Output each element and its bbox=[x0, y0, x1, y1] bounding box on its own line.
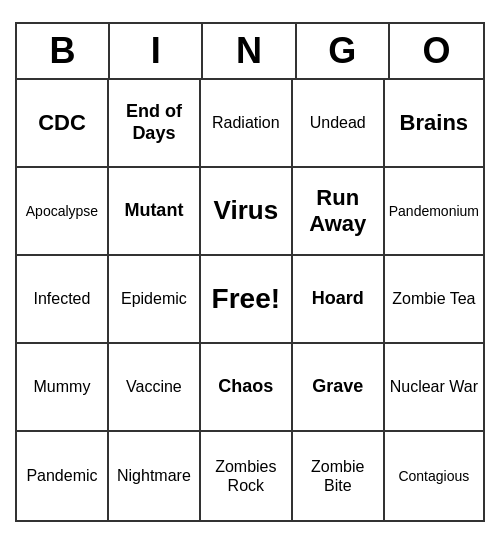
bingo-header: BINGO bbox=[17, 24, 483, 80]
bingo-cell[interactable]: Grave bbox=[293, 344, 385, 432]
bingo-cell[interactable]: CDC bbox=[17, 80, 109, 168]
bingo-cell[interactable]: Epidemic bbox=[109, 256, 201, 344]
bingo-cell[interactable]: Run Away bbox=[293, 168, 385, 256]
bingo-cell[interactable]: End of Days bbox=[109, 80, 201, 168]
bingo-letter: N bbox=[203, 24, 296, 78]
bingo-cell[interactable]: Zombie Bite bbox=[293, 432, 385, 520]
bingo-cell[interactable]: Nightmare bbox=[109, 432, 201, 520]
bingo-card: BINGO CDCEnd of DaysRadiationUndeadBrain… bbox=[15, 22, 485, 522]
bingo-cell[interactable]: Virus bbox=[201, 168, 293, 256]
bingo-cell[interactable]: Nuclear War bbox=[385, 344, 483, 432]
bingo-cell[interactable]: Free! bbox=[201, 256, 293, 344]
bingo-cell[interactable]: Chaos bbox=[201, 344, 293, 432]
bingo-cell[interactable]: Contagious bbox=[385, 432, 483, 520]
bingo-cell[interactable]: Undead bbox=[293, 80, 385, 168]
bingo-cell[interactable]: Pandemonium bbox=[385, 168, 483, 256]
bingo-cell[interactable]: Brains bbox=[385, 80, 483, 168]
bingo-cell[interactable]: Zombies Rock bbox=[201, 432, 293, 520]
bingo-letter: B bbox=[17, 24, 110, 78]
bingo-cell[interactable]: Hoard bbox=[293, 256, 385, 344]
bingo-cell[interactable]: Infected bbox=[17, 256, 109, 344]
bingo-cell[interactable]: Mutant bbox=[109, 168, 201, 256]
bingo-cell[interactable]: Zombie Tea bbox=[385, 256, 483, 344]
bingo-letter: I bbox=[110, 24, 203, 78]
bingo-cell[interactable]: Mummy bbox=[17, 344, 109, 432]
bingo-cell[interactable]: Vaccine bbox=[109, 344, 201, 432]
bingo-grid: CDCEnd of DaysRadiationUndeadBrainsApoca… bbox=[17, 80, 483, 520]
bingo-cell[interactable]: Radiation bbox=[201, 80, 293, 168]
bingo-letter: G bbox=[297, 24, 390, 78]
bingo-cell[interactable]: Pandemic bbox=[17, 432, 109, 520]
bingo-cell[interactable]: Apocalypse bbox=[17, 168, 109, 256]
bingo-letter: O bbox=[390, 24, 483, 78]
